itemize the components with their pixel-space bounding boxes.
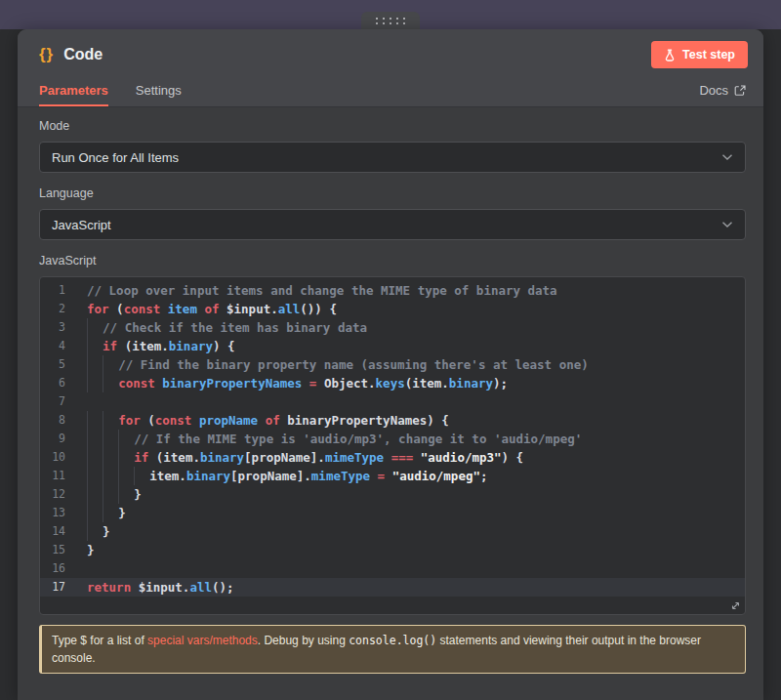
hint-code-snippet: console.log() — [349, 634, 436, 647]
line-number: 3 — [40, 318, 65, 337]
line-number: 1 — [40, 281, 65, 300]
external-link-icon — [734, 85, 746, 97]
line-number: 11 — [40, 467, 65, 485]
line-number: 5 — [40, 355, 65, 374]
language-select-value: JavaScript — [52, 218, 111, 232]
code-lines: 1// Loop over input items and change the… — [40, 281, 745, 597]
mode-select[interactable]: Run Once for All Items — [39, 142, 746, 173]
code-line[interactable]: 17return $input.all(); — [40, 578, 745, 597]
line-number: 6 — [40, 374, 65, 392]
test-step-button[interactable]: Test step — [651, 41, 748, 68]
test-step-label: Test step — [682, 48, 735, 62]
code-line[interactable]: 15} — [40, 541, 745, 559]
code-line[interactable]: 14 } — [40, 522, 745, 541]
line-number: 4 — [40, 337, 65, 355]
code-line[interactable]: 2for (const item of $input.all()) { — [40, 300, 745, 318]
modal-header: {} Code Test step Parameters Settings Do… — [18, 29, 763, 107]
hint-text: . Debug by using — [258, 634, 349, 647]
chevron-down-icon — [721, 153, 733, 161]
line-number: 7 — [40, 392, 65, 411]
code-line[interactable]: 13 } — [40, 504, 745, 522]
node-title: Code — [63, 46, 103, 63]
drag-dots-icon — [375, 17, 406, 25]
code-line[interactable]: 10 if (item.binary[propName].mimeType ==… — [40, 448, 745, 467]
language-label: Language — [39, 186, 746, 201]
drag-handle[interactable] — [361, 12, 420, 29]
code-line[interactable]: 1// Loop over input items and change the… — [40, 281, 745, 300]
code-node-icon: {} — [39, 45, 54, 64]
mode-select-value: Run Once for All Items — [52, 150, 179, 165]
line-number: 12 — [40, 485, 65, 504]
docs-label: Docs — [699, 83, 728, 98]
line-number: 14 — [40, 522, 65, 541]
code-line[interactable]: 5 // Find the binary property name (assu… — [40, 355, 745, 374]
code-line[interactable]: 3 // Check if the item has binary data — [40, 318, 745, 337]
code-line[interactable]: 8 for (const propName of binaryPropertyN… — [40, 411, 745, 430]
code-line[interactable]: 7 — [40, 392, 745, 411]
hint-text: Type $ for a list of — [52, 634, 147, 647]
editor-hint-callout: Type $ for a list of special vars/method… — [39, 625, 746, 674]
line-number: 8 — [40, 411, 65, 430]
line-number: 10 — [40, 448, 65, 467]
tab-parameters[interactable]: Parameters — [39, 83, 108, 106]
tab-bar: Parameters Settings Docs — [18, 83, 763, 106]
parameters-panel: Mode Run Once for All Items Language Jav… — [18, 107, 763, 674]
line-number: 2 — [40, 300, 65, 318]
line-number: 15 — [40, 541, 65, 559]
code-line[interactable]: 16 — [40, 559, 745, 578]
node-detail-modal: {} Code Test step Parameters Settings Do… — [18, 29, 763, 700]
language-select[interactable]: JavaScript — [39, 209, 746, 240]
code-line[interactable]: 12 } — [40, 485, 745, 504]
code-editor[interactable]: 1// Loop over input items and change the… — [39, 276, 746, 615]
code-line[interactable]: 9 // If the MIME type is 'audio/mp3', ch… — [40, 430, 745, 448]
line-number: 9 — [40, 430, 65, 448]
mode-label: Mode — [39, 119, 746, 134]
flask-icon — [664, 49, 676, 62]
code-line[interactable]: 11 item.binary[propName].mimeType = "aud… — [40, 467, 745, 485]
chevron-down-icon — [721, 221, 733, 228]
editor-resize-handle[interactable] — [729, 599, 742, 612]
docs-link[interactable]: Docs — [699, 83, 746, 106]
line-number: 17 — [40, 578, 65, 597]
tab-settings[interactable]: Settings — [136, 83, 182, 106]
editor-footer — [40, 597, 745, 614]
special-vars-link[interactable]: special vars/methods — [147, 634, 258, 647]
line-number: 16 — [40, 559, 65, 578]
line-number: 13 — [40, 504, 65, 522]
code-line[interactable]: 4 if (item.binary) { — [40, 337, 745, 355]
code-editor-label: JavaScript — [39, 254, 746, 268]
code-line[interactable]: 6 const binaryPropertyNames = Object.key… — [40, 374, 745, 392]
